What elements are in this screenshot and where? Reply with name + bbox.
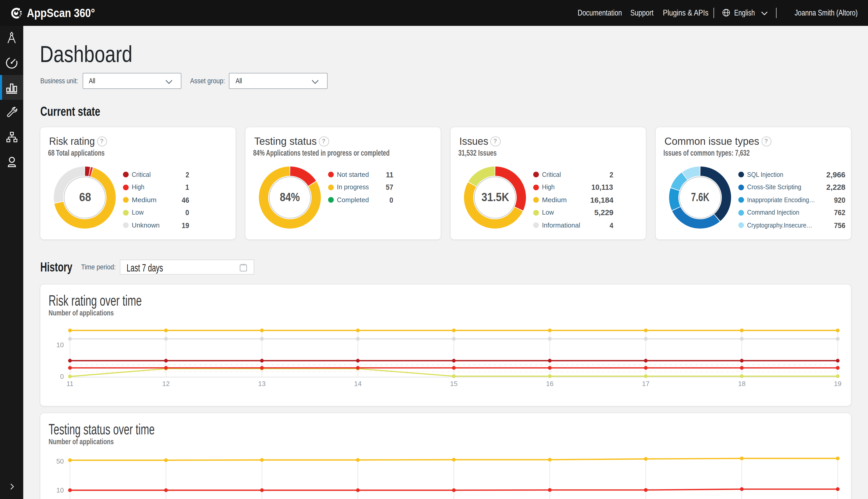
svg-text:15: 15	[450, 380, 457, 388]
svg-text:17: 17	[642, 380, 650, 388]
svg-text:16: 16	[546, 380, 554, 388]
svg-text:18: 18	[738, 380, 745, 388]
svg-text:13: 13	[258, 380, 266, 388]
svg-text:50: 50	[56, 458, 64, 465]
svg-text:19: 19	[834, 380, 841, 388]
svg-text:12: 12	[162, 380, 170, 388]
svg-text:14: 14	[354, 380, 362, 388]
svg-text:0: 0	[60, 373, 64, 380]
svg-text:11: 11	[66, 380, 73, 388]
svg-text:10: 10	[56, 486, 64, 494]
svg-text:10: 10	[56, 341, 64, 349]
